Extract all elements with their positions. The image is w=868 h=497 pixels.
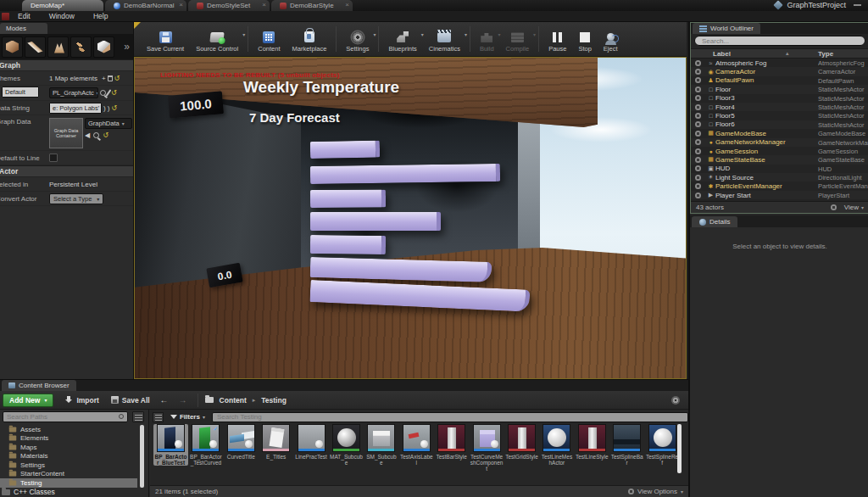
asset-testlinemeshactor[interactable]: TestLineMeshActor [539,424,574,466]
default-to-line-checkbox[interactable] [49,154,58,162]
outliner-search-input[interactable] [694,36,865,46]
asset-testgridstyle[interactable]: TestGridStyle [504,424,539,460]
outliner-row-floor3[interactable]: □Floor3StaticMeshActor [691,94,868,103]
back-arrow-icon[interactable]: ← [160,395,169,405]
folder-item-startercontent[interactable]: StarterContent [0,470,137,479]
visibility-eye-icon[interactable] [695,148,701,154]
save-current-button[interactable]: Save Current [141,24,190,54]
tab-details[interactable]: Details [692,216,737,227]
viewport[interactable]: 100.0 0.0 LIGHTING NEEDS TO BE REBUILT (… [134,57,687,379]
visibility-eye-icon[interactable] [695,95,701,101]
import-button[interactable]: Import [65,396,98,405]
asset-mat-subcube[interactable]: MAT_Subcube [329,424,364,466]
asset-e-titles[interactable]: E_Titles [259,424,293,460]
eject-button[interactable]: Eject [598,24,624,54]
visibility-eye-icon[interactable] [695,165,701,171]
visibility-eye-icon[interactable] [695,183,701,189]
asset-sm-subcube[interactable]: SM_Subcube [364,424,398,466]
asset-testaxislabel[interactable]: TestAxisLabel [399,424,434,466]
pause-button[interactable]: Pause [542,24,572,54]
asset-linepractest[interactable]: LinePracTest [294,424,329,460]
outliner-row-light-source[interactable]: ☀Light SourceDirectionalLight [691,173,868,181]
menu-item-edit[interactable]: Edit [18,12,31,20]
use-selected-icon[interactable]: ◀ [85,131,90,139]
visibility-eye-icon[interactable] [695,157,701,163]
graph-data-thumbnail[interactable]: Graph Data Container [49,118,83,148]
folder-item-maps[interactable]: Maps [0,443,137,452]
outliner-row-floor[interactable]: □FloorStaticMeshActor [691,85,868,93]
settings-button[interactable]: Settings [340,24,375,54]
search-paths-input[interactable] [3,411,128,422]
place-mode-icon[interactable] [2,36,23,58]
visibility-eye-icon[interactable] [695,87,701,92]
outliner-row-atmospheric-fog[interactable]: ≈Atmospheric FogAtmosphericFog [691,59,868,67]
folder-item-testing[interactable]: Testing [0,478,137,488]
reset-icon[interactable]: ↺ [103,131,108,139]
tab-modes[interactable]: Modes [0,23,47,34]
outliner-row-gamenetworkmanager[interactable]: ●GameNetworkManagerGameNetworkManager [691,138,868,147]
asset-testcurvemeshcomponent[interactable]: TestCurveMeshComponent [470,424,504,472]
breadcrumb-item-testing[interactable]: Testing [261,396,287,405]
browse-icon[interactable] [93,132,99,138]
graph-data-select[interactable]: GraphData [85,118,132,129]
add-element-icon[interactable]: + [102,75,106,82]
asset-testlinestyle[interactable]: TestLineStyle [575,424,609,460]
outliner-row-cameraactor[interactable]: ◉CameraActorCameraActor [691,67,868,75]
outliner-row-hud[interactable]: ▣HUDHUD [691,165,868,173]
expand-chevrons-icon[interactable]: » [124,41,130,53]
theme-key-field[interactable]: Default [2,87,39,98]
cinematics-button[interactable]: Cinematics [423,24,466,54]
stop-button[interactable]: Stop [572,24,597,54]
outliner-row-gamestatebase[interactable]: ▦GameStateBaseGameStateBase [691,155,868,164]
forward-arrow-icon[interactable]: → [179,395,187,405]
path-settings-icon[interactable] [671,396,680,405]
reset-icon[interactable]: ↺ [111,104,117,112]
asset-bp-baractor-bluetest[interactable]: BP_BarActor_BlueTest [153,424,188,466]
sources-list-icon[interactable] [132,411,144,422]
folder-item-elements[interactable]: Elements [0,434,137,444]
visibility-eye-icon[interactable] [695,121,701,127]
save-all-button[interactable]: Save All [111,396,150,405]
delete-icon[interactable] [108,75,113,81]
assets-scrollbar[interactable] [677,424,682,473]
tree-scrollbar[interactable] [140,425,144,488]
folder-item-settings[interactable]: Settings [0,461,137,470]
theme-value-select[interactable]: PL_GraphActc [49,87,98,98]
column-type[interactable]: Type [818,50,833,58]
paint-mode-icon[interactable] [25,36,46,58]
outliner-row-gamemodebase[interactable]: ▦GameModeBaseGameModeBase [691,129,868,137]
landscape-mode-icon[interactable] [47,36,69,58]
asset-testsplineref[interactable]: TestSplineRef [645,424,680,466]
search-assets-input[interactable] [212,412,688,422]
minimize-icon[interactable] [854,4,861,6]
visibility-eye-icon[interactable] [695,77,701,83]
visibility-eye-icon[interactable] [695,175,701,181]
asset-testbarstyle[interactable]: TestBarStyle [434,424,469,460]
outliner-row-defaultpawn[interactable]: ♟DefaultPawnDefaultPawn [691,76,868,85]
data-string-field[interactable]: e: Polygon Labs' [49,103,102,114]
marketplace-button[interactable]: Marketplace [287,24,333,54]
outliner-row-floor6[interactable]: □Floor6StaticMeshActor [691,120,868,129]
outliner-row-player-start[interactable]: ▶Player StartPlayerStart [691,191,868,199]
blueprints-button[interactable]: Blueprints [382,24,422,54]
menu-item-window[interactable]: Window [49,12,75,20]
expand-icon[interactable]: ) [103,104,106,112]
outliner-row-particleeventmanager[interactable]: ✱ParticleEventManagerParticleEventManage… [691,181,868,190]
folder-item-assets[interactable]: Assets [0,425,137,434]
outliner-row-gamesession[interactable]: ●GameSessionGameSession [691,147,868,155]
editor-tab-demobarnormal[interactable]: DemoBarNormal [105,0,186,11]
editor-tab-demomap[interactable]: DemoMap* [22,0,103,11]
menu-item-help[interactable]: Help [93,12,108,20]
geometry-mode-icon[interactable] [93,36,114,58]
outliner-row-floor4[interactable]: □Floor4StaticMeshActor [691,103,868,111]
folder-item-materials[interactable]: Materials [0,452,137,461]
convert-actor-select[interactable]: Select a Type [49,193,103,204]
visibility-eye-icon[interactable] [695,139,701,145]
tab-content-browser[interactable]: Content Browser [2,380,76,391]
asset-bp-baractor-testcurved[interactable]: ✓BP_BarActor_TestCurved [188,424,223,466]
visibility-eye-icon[interactable] [695,104,701,110]
expand-icon[interactable]: ) [108,104,110,112]
foliage-mode-icon[interactable] [70,36,92,58]
view-list-icon[interactable] [153,412,164,422]
column-label[interactable]: Label [713,50,731,58]
